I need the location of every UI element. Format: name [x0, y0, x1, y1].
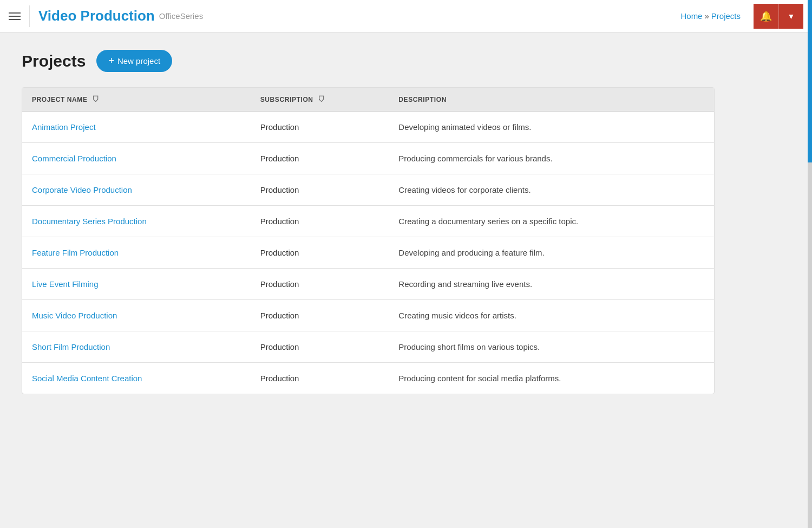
project-name-cell: Documentary Series Production: [22, 206, 251, 237]
new-project-button[interactable]: + New project: [96, 50, 172, 72]
project-name-link[interactable]: Corporate Video Production: [32, 185, 132, 194]
scrollbar-thumb[interactable]: [808, 0, 812, 162]
project-name-cell: Social Media Content Creation: [22, 363, 251, 394]
notification-button[interactable]: 🔔: [754, 4, 778, 29]
col-subscription-label: SUBSCRIPTION: [260, 96, 313, 103]
project-name-cell: Animation Project: [22, 112, 251, 143]
col-description-label: DESCRIPTION: [398, 96, 447, 103]
subscription-cell: Production: [251, 174, 389, 206]
header-divider: [29, 5, 30, 27]
project-name-link[interactable]: Feature Film Production: [32, 248, 119, 257]
table-header: PROJECT NAME ⛉ SUBSCRIPTION ⛉ DESCRIPTIO…: [22, 88, 714, 112]
subscription-cell: Production: [251, 112, 389, 143]
description-cell: Creating a documentary series on a speci…: [389, 206, 714, 237]
col-subscription: SUBSCRIPTION ⛉: [251, 88, 389, 112]
table-row: Live Event FilmingProductionRecording an…: [22, 269, 714, 300]
table-row: Corporate Video ProductionProductionCrea…: [22, 174, 714, 206]
table-row: Feature Film ProductionProductionDevelop…: [22, 237, 714, 269]
table-row: Commercial ProductionProductionProducing…: [22, 143, 714, 174]
subscription-cell: Production: [251, 237, 389, 269]
description-cell: Creating videos for corporate clients.: [389, 174, 714, 206]
project-name-link[interactable]: Commercial Production: [32, 154, 116, 163]
breadcrumb: Home » Projects: [680, 11, 741, 21]
app-title: Video Production: [38, 8, 155, 24]
project-name-cell: Live Event Filming: [22, 269, 251, 300]
subscription-cell: Production: [251, 143, 389, 174]
project-name-cell: Corporate Video Production: [22, 174, 251, 206]
subscription-cell: Production: [251, 363, 389, 394]
col-description: DESCRIPTION: [389, 88, 714, 112]
table-row: Short Film ProductionProductionProducing…: [22, 331, 714, 363]
menu-icon[interactable]: [9, 12, 21, 20]
project-name-link[interactable]: Documentary Series Production: [32, 217, 147, 226]
project-name-link[interactable]: Music Video Production: [32, 311, 117, 320]
subscription-cell: Production: [251, 331, 389, 363]
breadcrumb-home[interactable]: Home: [680, 11, 702, 21]
description-cell: Producing commercials for various brands…: [389, 143, 714, 174]
project-name-cell: Commercial Production: [22, 143, 251, 174]
header: Video Production OfficeSeries Home » Pro…: [0, 0, 812, 32]
project-name-filter-icon[interactable]: ⛉: [92, 95, 100, 103]
description-cell: Producing content for social media platf…: [389, 363, 714, 394]
dropdown-icon: ▼: [788, 12, 795, 21]
subscription-filter-icon[interactable]: ⛉: [318, 95, 325, 103]
page-header: Projects + New project: [22, 50, 715, 72]
new-project-label: New project: [117, 56, 160, 66]
description-cell: Producing short films on various topics.: [389, 331, 714, 363]
description-cell: Developing and producing a feature film.: [389, 237, 714, 269]
table-row: Music Video ProductionProductionCreating…: [22, 300, 714, 331]
subscription-cell: Production: [251, 269, 389, 300]
project-name-link[interactable]: Short Film Production: [32, 342, 110, 351]
table-row: Social Media Content CreationProductionP…: [22, 363, 714, 394]
col-project-name-label: PROJECT NAME: [32, 96, 88, 103]
description-cell: Developing animated videos or films.: [389, 112, 714, 143]
table-row: Documentary Series ProductionProductionC…: [22, 206, 714, 237]
table-row: Animation ProjectProductionDeveloping an…: [22, 112, 714, 143]
project-name-cell: Music Video Production: [22, 300, 251, 331]
project-name-cell: Short Film Production: [22, 331, 251, 363]
project-name-link[interactable]: Social Media Content Creation: [32, 374, 142, 383]
project-name-cell: Feature Film Production: [22, 237, 251, 269]
new-project-plus: +: [108, 55, 114, 67]
breadcrumb-current: Projects: [711, 11, 741, 21]
main-content: Projects + New project PROJECT NAME ⛉: [0, 32, 736, 412]
col-project-name: PROJECT NAME ⛉: [22, 88, 251, 112]
projects-table: PROJECT NAME ⛉ SUBSCRIPTION ⛉ DESCRIPTIO…: [22, 88, 714, 394]
header-actions: 🔔 ▼: [754, 4, 803, 29]
subscription-cell: Production: [251, 206, 389, 237]
project-name-link[interactable]: Animation Project: [32, 122, 96, 132]
page-title: Projects: [22, 52, 86, 70]
projects-table-container: PROJECT NAME ⛉ SUBSCRIPTION ⛉ DESCRIPTIO…: [22, 87, 715, 394]
description-cell: Recording and streaming live events.: [389, 269, 714, 300]
subscription-cell: Production: [251, 300, 389, 331]
app-subtitle: OfficeSeries: [159, 11, 203, 21]
description-cell: Creating music videos for artists.: [389, 300, 714, 331]
user-dropdown-button[interactable]: ▼: [778, 4, 803, 29]
breadcrumb-separator: »: [704, 11, 709, 21]
table-body: Animation ProjectProductionDeveloping an…: [22, 112, 714, 394]
scrollbar-track[interactable]: [808, 0, 812, 412]
bell-icon: 🔔: [760, 10, 772, 22]
project-name-link[interactable]: Live Event Filming: [32, 279, 99, 289]
